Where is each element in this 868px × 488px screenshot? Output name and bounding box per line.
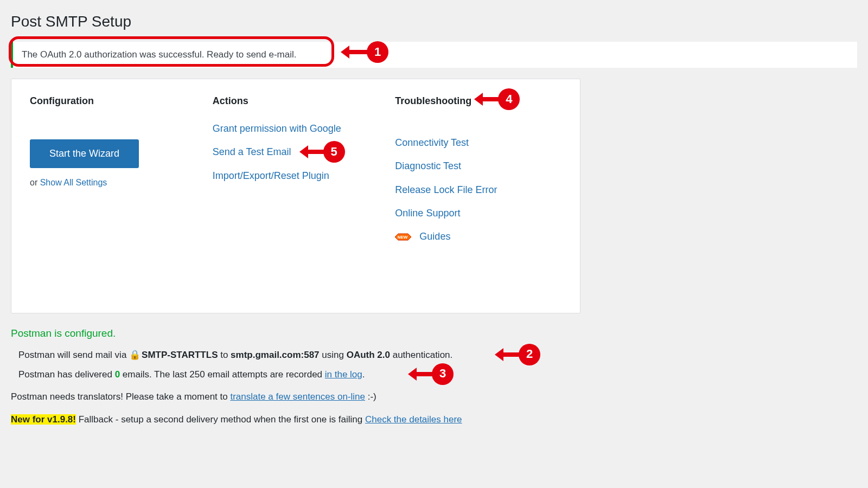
callout-badge-4: 4 (498, 88, 520, 110)
callout-arrow-5 (306, 150, 324, 154)
grant-permission-link[interactable]: Grant permission with Google (213, 123, 341, 134)
actions-column: Actions Grant permission with Google Sen… (213, 94, 379, 253)
status1-mid1: to (218, 350, 231, 360)
start-wizard-button[interactable]: Start the Wizard (30, 139, 139, 168)
newfor-highlight: New for v1.9.8! (11, 414, 76, 425)
translators-pre: Postman needs translators! Please take a… (11, 391, 230, 402)
status1-b3: OAuth 2.0 (347, 350, 390, 360)
actions-heading: Actions (213, 94, 379, 108)
show-all-settings-link[interactable]: Show All Settings (40, 178, 107, 187)
newfor-line: New for v1.9.8! Fallback - setup a secon… (11, 413, 857, 426)
status-block: Postman is configured. Postman will send… (11, 326, 857, 381)
new-badge-icon: NEW (395, 232, 413, 242)
translate-link[interactable]: translate a few sentences on-line (230, 391, 365, 402)
or-show-all: or Show All Settings (30, 177, 196, 189)
online-support-link[interactable]: Online Support (395, 208, 460, 219)
diagnostic-test-link[interactable]: Diagnostic Test (395, 160, 461, 171)
status2-zero: 0 (115, 369, 120, 380)
callout-badge-1: 1 (367, 41, 388, 63)
status-line-2: Postman has delivered 0 emails. The last… (18, 368, 857, 381)
status1-b2: smtp.gmail.com:587 (231, 350, 319, 360)
troubleshooting-column: Troubleshooting 4 Connectivity Test Diag… (395, 94, 561, 253)
in-the-log-link[interactable]: in the log (325, 369, 362, 380)
callout-badge-2: 2 (519, 344, 540, 365)
translators-line: Postman needs translators! Please take a… (11, 390, 857, 403)
release-lock-file-link[interactable]: Release Lock File Error (395, 184, 497, 195)
check-details-link[interactable]: Check the detailes here (365, 414, 462, 425)
status1-post: authentication. (390, 350, 452, 360)
oauth-success-notice: The OAuth 2.0 authorization was successf… (11, 42, 857, 68)
connectivity-test-link[interactable]: Connectivity Test (395, 137, 469, 148)
guides-link[interactable]: Guides (419, 231, 450, 242)
status-line-1: Postman will send mail via 🔒SMTP-STARTTL… (18, 349, 857, 363)
callout-arrow-1 (347, 50, 368, 54)
status1-pre: Postman will send mail via (18, 350, 129, 360)
lock-icon: 🔒 (129, 349, 141, 362)
callout-arrow-4 (481, 97, 499, 101)
svg-text:NEW: NEW (398, 235, 408, 240)
callout-arrow-3 (414, 372, 433, 376)
callout-arrow-2 (501, 352, 520, 357)
status2-pre: Postman has delivered (18, 369, 115, 380)
configuration-heading: Configuration (30, 94, 196, 108)
status2-post: . (362, 369, 365, 380)
newfor-mid: Fallback - setup a second delivery metho… (76, 414, 365, 425)
notice-text: The OAuth 2.0 authorization was successf… (22, 49, 296, 60)
troubleshooting-heading: Troubleshooting (395, 94, 471, 108)
callout-badge-5: 5 (323, 141, 345, 163)
page-title: Post SMTP Setup (11, 11, 857, 32)
callout-badge-3: 3 (432, 363, 454, 385)
status1-b1: SMTP-STARTTLS (142, 350, 218, 360)
notice-container: The OAuth 2.0 authorization was successf… (11, 42, 857, 68)
send-test-email-link[interactable]: Send a Test Email (213, 146, 291, 157)
import-export-reset-link[interactable]: Import/Export/Reset Plugin (213, 170, 329, 181)
main-card: Configuration Start the Wizard or Show A… (11, 79, 580, 313)
translators-post: :-) (365, 391, 376, 402)
status1-mid2: using (320, 350, 347, 360)
configuration-column: Configuration Start the Wizard or Show A… (30, 94, 196, 253)
status2-mid: emails. The last 250 email attempts are … (120, 369, 325, 380)
status-title: Postman is configured. (11, 326, 857, 341)
or-text: or (30, 178, 40, 187)
